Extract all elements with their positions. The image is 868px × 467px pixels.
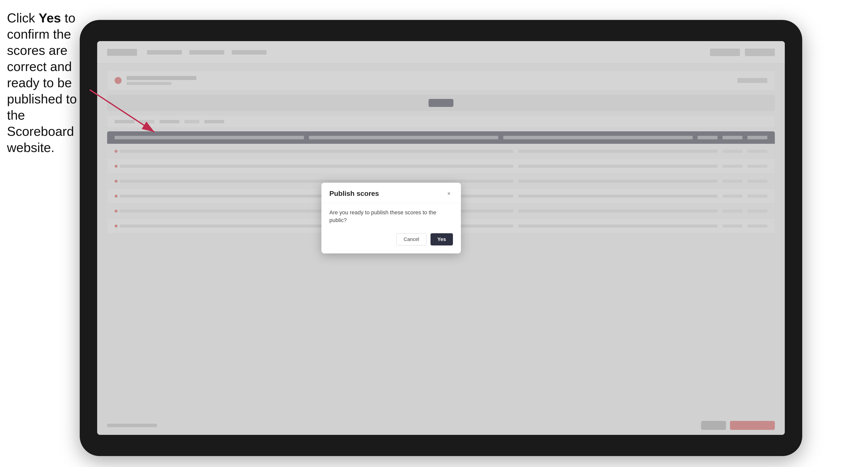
modal-overlay: Publish scores × Are you ready to publis… <box>97 41 785 435</box>
modal-header: Publish scores × <box>321 183 461 203</box>
modal-body: Are you ready to publish these scores to… <box>321 203 461 253</box>
tablet-shell: Publish scores × Are you ready to publis… <box>80 20 802 456</box>
instruction-suffix: to confirm the scores are correct and re… <box>7 11 77 155</box>
modal-close-button[interactable]: × <box>445 190 453 197</box>
publish-scores-dialog: Publish scores × Are you ready to publis… <box>321 183 461 253</box>
modal-body-text: Are you ready to publish these scores to… <box>329 209 453 224</box>
yes-button[interactable]: Yes <box>431 233 453 246</box>
instruction-prefix: Click <box>7 11 39 25</box>
modal-footer: Cancel Yes <box>329 233 453 246</box>
instruction-bold: Yes <box>39 11 61 25</box>
tablet-screen: Publish scores × Are you ready to publis… <box>97 41 785 435</box>
modal-title: Publish scores <box>329 190 379 197</box>
instruction-text: Click Yes to confirm the scores are corr… <box>7 10 79 156</box>
cancel-button[interactable]: Cancel <box>396 233 426 246</box>
